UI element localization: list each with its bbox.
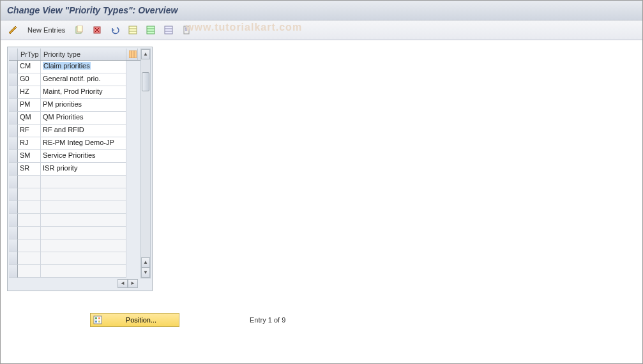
cell-desc[interactable] (41, 227, 126, 239)
cell-desc[interactable] (41, 214, 126, 227)
cell-desc[interactable] (41, 265, 126, 278)
cell-prtyp[interactable]: G0 (18, 73, 41, 86)
cell-desc[interactable]: General notif. prio. (41, 73, 126, 86)
cell-desc[interactable] (41, 188, 126, 201)
cell-desc[interactable] (41, 176, 126, 188)
row-select[interactable] (9, 150, 18, 163)
cell-prtyp[interactable] (18, 252, 41, 265)
table-row[interactable]: G0General notif. prio. (9, 73, 151, 86)
table-row[interactable]: SRISR priority (9, 163, 151, 176)
delete-icon[interactable] (89, 23, 105, 37)
row-select[interactable] (9, 227, 18, 239)
select-all-icon[interactable] (125, 23, 140, 37)
cell-prtyp[interactable]: SR (18, 163, 41, 176)
table-row[interactable]: RJRE-PM Integ Demo-JP (9, 137, 151, 150)
table-row-empty[interactable] (9, 214, 151, 227)
cell-desc[interactable]: Maint, Prod Priority (41, 86, 126, 99)
cell-prtyp[interactable]: CM (18, 61, 41, 73)
grid-body: CMClaim prioritiesG0General notif. prio.… (9, 61, 151, 278)
row-select[interactable] (9, 137, 18, 150)
cell-prtyp[interactable] (18, 214, 41, 227)
table-row[interactable]: RFRF and RFID (9, 125, 151, 137)
scroll-thumb[interactable] (142, 72, 149, 91)
row-select[interactable] (9, 163, 18, 176)
cell-desc[interactable]: Claim priorities (41, 61, 126, 73)
cell-prtyp[interactable]: QM (18, 112, 41, 125)
row-select[interactable] (9, 86, 18, 99)
svg-rect-24 (98, 321, 100, 322)
cell-desc[interactable] (41, 201, 126, 214)
cell-prtyp[interactable] (18, 176, 41, 188)
row-select[interactable] (9, 201, 18, 214)
cell-desc[interactable] (41, 239, 126, 252)
svg-rect-22 (98, 317, 100, 319)
scroll-top-icon[interactable]: ▲ (141, 257, 150, 268)
undo-icon[interactable] (107, 23, 123, 37)
col-header-config-icon[interactable] (126, 49, 138, 60)
toggle-change-icon[interactable] (4, 23, 21, 37)
table-row[interactable]: SMService Priorities (9, 150, 151, 163)
cell-desc[interactable]: ISR priority (41, 163, 126, 176)
row-select[interactable] (9, 73, 18, 86)
row-select[interactable] (9, 61, 18, 73)
row-select[interactable] (9, 112, 18, 125)
table-row-empty[interactable] (9, 265, 151, 278)
cell-desc[interactable]: PM priorities (41, 99, 126, 112)
cell-prtyp[interactable] (18, 201, 41, 214)
cell-prtyp[interactable] (18, 265, 41, 278)
cell-prtyp[interactable] (18, 188, 41, 201)
col-header-select[interactable] (9, 49, 18, 60)
svg-rect-17 (129, 50, 137, 58)
scroll-up-icon[interactable]: ▲ (141, 49, 150, 59)
row-select[interactable] (9, 252, 18, 265)
cell-prtyp[interactable]: PM (18, 99, 41, 112)
cell-prtyp[interactable]: RJ (18, 137, 41, 150)
table-row-empty[interactable] (9, 239, 151, 252)
cell-prtyp[interactable] (18, 227, 41, 239)
scroll-left-icon[interactable]: ◄ (117, 279, 128, 288)
copy-icon[interactable] (72, 23, 87, 37)
footer: Position... Entry 1 of 9 (90, 313, 636, 327)
table-row-empty[interactable] (9, 188, 151, 201)
scroll-down-icon[interactable]: ▼ (141, 268, 150, 278)
cell-prtyp[interactable]: RF (18, 125, 41, 137)
deselect-all-icon[interactable] (161, 23, 176, 37)
select-block-icon[interactable] (143, 23, 158, 37)
content-area: PrTyp Priority type CMClaim prioritiesG0… (1, 40, 642, 333)
table-row[interactable]: PMPM priorities (9, 99, 151, 112)
table-row[interactable]: QMQM Priorities (9, 112, 151, 125)
table-row[interactable]: CMClaim priorities (9, 61, 151, 73)
cell-prtyp[interactable]: SM (18, 150, 41, 163)
table-row-empty[interactable] (9, 252, 151, 265)
row-select[interactable] (9, 125, 18, 137)
cell-desc[interactable]: QM Priorities (41, 112, 126, 125)
scroll-right-icon[interactable]: ► (128, 279, 138, 288)
config-icon[interactable] (179, 23, 194, 37)
svg-rect-5 (129, 26, 137, 34)
table-row-empty[interactable] (9, 227, 151, 239)
row-select[interactable] (9, 214, 18, 227)
table-row-empty[interactable] (9, 176, 151, 188)
scroll-track[interactable] (141, 59, 150, 257)
cell-desc[interactable]: RF and RFID (41, 125, 126, 137)
row-select[interactable] (9, 188, 18, 201)
svg-rect-11 (165, 26, 172, 34)
cell-desc[interactable]: RE-PM Integ Demo-JP (41, 137, 126, 150)
col-header-prtyp[interactable]: PrTyp (18, 49, 41, 60)
cell-prtyp[interactable] (18, 239, 41, 252)
row-select[interactable] (9, 239, 18, 252)
table-row-empty[interactable] (9, 201, 151, 214)
position-button[interactable]: Position... (90, 313, 179, 327)
row-select[interactable] (9, 99, 18, 112)
cell-prtyp[interactable]: HZ (18, 86, 41, 99)
watermark: www.tutorialkart.com (186, 22, 302, 33)
new-entries-button[interactable]: New Entries (24, 26, 69, 34)
page-title: Change View "Priority Types": Overview (7, 5, 178, 15)
row-select[interactable] (9, 265, 18, 278)
cell-desc[interactable]: Service Priorities (41, 150, 126, 163)
col-header-desc[interactable]: Priority type (41, 49, 126, 60)
cell-desc[interactable] (41, 252, 126, 265)
row-select[interactable] (9, 176, 18, 188)
table-row[interactable]: HZMaint, Prod Priority (9, 86, 151, 99)
svg-rect-8 (147, 26, 155, 34)
